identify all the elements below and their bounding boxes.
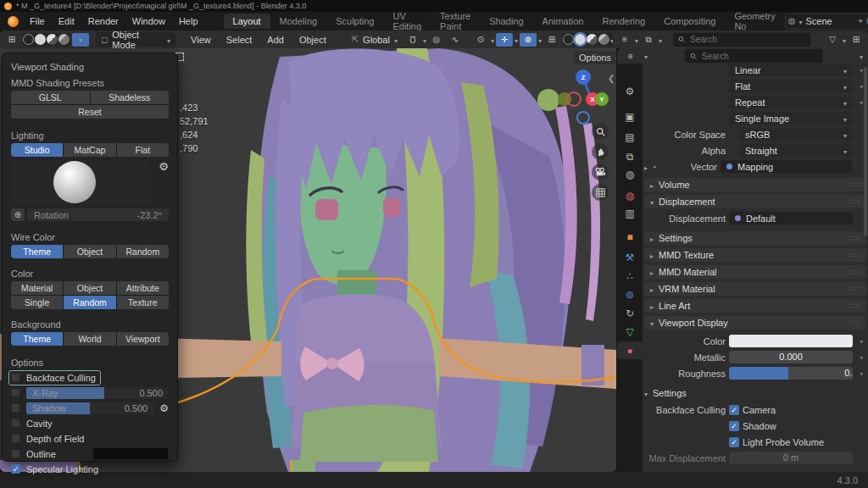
section-line-art[interactable]: Line Art∷∷ [644, 299, 866, 313]
light-probe-volume-checkbox[interactable]: ✓ [729, 437, 739, 447]
glsl-button[interactable]: GLSL [11, 91, 90, 104]
navigation-gizmo[interactable]: Z X Y [551, 67, 612, 128]
color-random[interactable]: Random [64, 296, 115, 309]
alpha-dropdown[interactable]: Straight [739, 144, 853, 157]
color-space-dropdown[interactable]: sRGB [739, 128, 853, 141]
outliner-search-input[interactable] [688, 34, 805, 45]
toggle-perspective-button[interactable] [592, 184, 609, 201]
tab-animation[interactable]: Animation [533, 14, 593, 29]
material-shading-icon[interactable] [587, 34, 598, 45]
zoom-button[interactable] [592, 123, 609, 140]
mapping-button[interactable]: Mapping [721, 160, 853, 173]
shadow-checkbox[interactable]: ✓ [729, 421, 739, 431]
editor-type-icon[interactable]: ⊞ [3, 33, 20, 47]
drag-handle-icon[interactable]: ∷∷ [850, 198, 860, 206]
drag-handle-icon[interactable]: ∷∷ [850, 269, 860, 276]
wire-random[interactable]: Random [117, 245, 169, 258]
projection-dropdown[interactable]: Flat [729, 80, 853, 92]
max-displacement-slider[interactable]: 0 m [729, 452, 853, 464]
outline-color-swatch[interactable] [92, 447, 169, 460]
tab-modifiers-icon[interactable]: ⚒ [617, 248, 643, 266]
settings-subpanel[interactable]: Settings [644, 386, 866, 400]
dof-checkbox[interactable] [11, 434, 20, 443]
decorator-dot[interactable]: ● [856, 338, 866, 344]
backface-culling-highlight[interactable]: Backface Culling [8, 370, 101, 385]
tab-particles-icon[interactable]: ∴ [617, 267, 643, 285]
interpolation-dropdown[interactable]: Linear [729, 64, 853, 76]
tab-object-icon[interactable]: ■ [617, 228, 643, 246]
lighting-studio[interactable]: Studio [11, 143, 63, 157]
new-collection-icon[interactable]: ⊞ [848, 33, 865, 47]
background-theme[interactable]: Theme [11, 332, 63, 346]
blender-menu-icon[interactable] [8, 16, 19, 27]
rendered-shading-icon[interactable] [58, 34, 70, 45]
decorator-dot[interactable]: ● [651, 164, 658, 169]
menu-view[interactable]: View [184, 33, 218, 47]
overlays-toggle-icon[interactable]: ⊚ [520, 33, 537, 47]
xray-slider[interactable]: X-Ray 0.500 [26, 387, 169, 399]
tab-modeling[interactable]: Modeling [270, 14, 327, 29]
drag-handle-icon[interactable]: ∷∷ [850, 286, 860, 293]
color-single[interactable]: Single [11, 296, 63, 309]
shadow-checkbox[interactable] [11, 403, 20, 413]
specular-checkbox[interactable]: ✓ [11, 464, 20, 474]
camera-view-button[interactable] [592, 164, 609, 180]
visibility-icon[interactable]: ⊙ [472, 33, 489, 47]
outliner-search[interactable] [672, 32, 811, 47]
properties-search[interactable] [684, 48, 823, 64]
rendered-shading-icon[interactable] [598, 34, 609, 45]
tab-scene-icon[interactable]: ◍ [617, 165, 643, 183]
decorator-dot[interactable]: ● [856, 370, 866, 376]
studiolight-sphere[interactable] [53, 161, 96, 203]
section-settings[interactable]: Settings∷∷ [644, 231, 866, 245]
solid-shading-icon[interactable] [575, 34, 586, 45]
section-vrm-material[interactable]: VRM Material∷∷ [644, 282, 866, 296]
proportional-editing-icon[interactable]: ◎ [428, 33, 445, 47]
color-attribute[interactable]: Attribute [117, 281, 169, 295]
viewport-color-swatch[interactable] [729, 335, 853, 347]
xray-checkbox[interactable] [11, 388, 20, 397]
tab-constraints-icon[interactable]: ↻ [617, 304, 643, 322]
tab-viewlayer-icon[interactable]: ⧉ [617, 147, 643, 165]
outliner-display-mode-icon[interactable]: ≡ [616, 33, 633, 47]
lighting-flat[interactable]: Flat [117, 143, 169, 157]
tab-physics-icon[interactable]: ⊚ [617, 286, 643, 303]
decorator-dot[interactable]: ● [856, 354, 866, 360]
color-material[interactable]: Material [11, 281, 63, 295]
background-viewport[interactable]: Viewport [117, 332, 169, 346]
wireframe-shading-icon[interactable] [23, 34, 34, 45]
menu-object[interactable]: Object [292, 33, 333, 47]
section-mmd-material[interactable]: MMD Material∷∷ [644, 265, 866, 279]
menu-help[interactable]: Help [172, 14, 205, 28]
solid-shading-icon[interactable] [35, 34, 46, 45]
section-viewport-display[interactable]: Viewport Display∷∷ [644, 316, 866, 330]
shadeless-button[interactable]: Shadeless [91, 91, 170, 104]
drag-handle-icon[interactable]: ∷∷ [850, 181, 860, 189]
cavity-checkbox[interactable] [11, 419, 20, 428]
tab-output-icon[interactable]: ▤ [617, 128, 643, 146]
transform-orientation[interactable]: ⇱ Global [347, 32, 403, 47]
section-mmd-texture[interactable]: MMD Texture∷∷ [644, 248, 866, 262]
menu-select[interactable]: Select [220, 33, 259, 47]
gear-icon[interactable]: ⚙ [159, 402, 169, 414]
chevron-down-icon[interactable] [860, 51, 863, 61]
gear-icon[interactable]: ⚙ [159, 160, 169, 173]
falloff-curve-icon[interactable]: ∿ [447, 33, 464, 47]
scene-name[interactable]: Scene [805, 16, 854, 26]
expand-arrow-icon[interactable] [644, 162, 648, 172]
menu-edit[interactable]: Edit [52, 14, 81, 28]
snap-icon[interactable]: Ω [404, 33, 421, 47]
wire-theme[interactable]: Theme [11, 245, 63, 258]
color-object[interactable]: Object [64, 281, 115, 295]
drag-handle-icon[interactable]: ∷∷ [850, 302, 860, 310]
source-dropdown[interactable]: Single Image [729, 112, 853, 125]
properties-search-input[interactable] [700, 51, 817, 62]
pan-button[interactable] [592, 143, 609, 160]
menu-window[interactable]: Window [125, 14, 172, 28]
xray-toggle-icon[interactable]: ⊞ [543, 33, 560, 47]
rotation-slider[interactable]: Rotation -23.2° [27, 208, 169, 221]
tab-data-icon[interactable]: ▽ [617, 323, 643, 341]
reset-button[interactable]: Reset [11, 105, 169, 119]
outliner-filter-image-icon[interactable]: ⧉ [640, 33, 657, 47]
tab-sculpting[interactable]: Sculpting [326, 14, 383, 29]
